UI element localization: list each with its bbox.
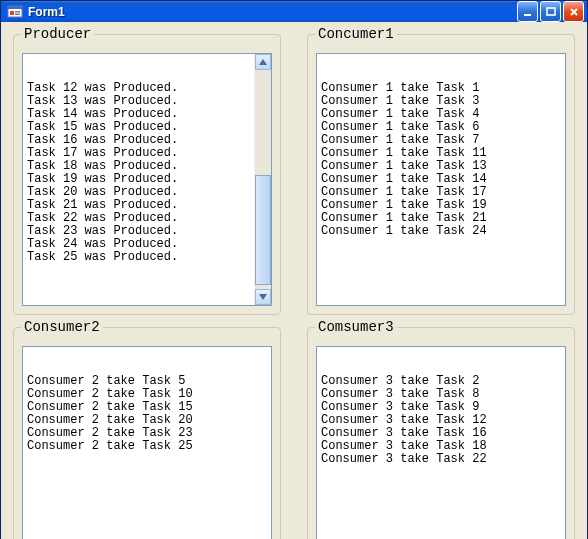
listbox-consumer3[interactable]: Consumer 3 take Task 2 Consumer 3 take T…: [316, 346, 566, 539]
groupbox-producer-title: Producer: [21, 26, 94, 42]
maximize-button[interactable]: [540, 1, 561, 22]
groupbox-consumer1-title: Concumer1: [315, 26, 397, 42]
listbox-producer[interactable]: Task 12 was Produced. Task 13 was Produc…: [22, 53, 272, 306]
listbox-consumer1-lines: Consumer 1 take Task 1 Consumer 1 take T…: [319, 82, 563, 238]
minimize-button[interactable]: [517, 1, 538, 22]
window-buttons: [517, 1, 584, 22]
groupbox-consumer2: Consumer2 Consumer 2 take Task 5 Consume…: [13, 327, 281, 539]
panel-grid: Producer Task 12 was Produced. Task 13 w…: [13, 34, 575, 539]
scroll-down-button[interactable]: [255, 289, 271, 305]
listbox-consumer1[interactable]: Consumer 1 take Task 1 Consumer 1 take T…: [316, 53, 566, 306]
listbox-consumer2[interactable]: Consumer 2 take Task 5 Consumer 2 take T…: [22, 346, 272, 539]
window-title: Form1: [28, 5, 517, 19]
groupbox-consumer3-title: Comsumer3: [315, 319, 397, 335]
listbox-consumer3-lines: Consumer 3 take Task 2 Consumer 3 take T…: [319, 375, 563, 466]
client-area: Producer Task 12 was Produced. Task 13 w…: [1, 22, 587, 539]
close-button[interactable]: [563, 1, 584, 22]
scroll-thumb[interactable]: [255, 175, 271, 285]
svg-rect-6: [547, 8, 555, 15]
scrollbar-producer[interactable]: [254, 54, 271, 305]
svg-rect-3: [15, 11, 20, 13]
listbox-producer-lines: Task 12 was Produced. Task 13 was Produc…: [25, 82, 269, 264]
svg-rect-4: [15, 13, 20, 15]
svg-rect-2: [10, 11, 14, 15]
titlebar[interactable]: Form1: [1, 1, 587, 22]
app-window: Form1 Producer Task 12 was Produced. Tas…: [0, 0, 588, 539]
app-icon: [7, 4, 23, 20]
groupbox-consumer3: Comsumer3 Consumer 3 take Task 2 Consume…: [307, 327, 575, 539]
svg-rect-1: [8, 6, 22, 9]
svg-rect-5: [524, 14, 531, 16]
groupbox-producer: Producer Task 12 was Produced. Task 13 w…: [13, 34, 281, 315]
scroll-track[interactable]: [255, 70, 271, 289]
scroll-up-button[interactable]: [255, 54, 271, 70]
listbox-consumer2-lines: Consumer 2 take Task 5 Consumer 2 take T…: [25, 375, 269, 453]
groupbox-consumer1: Concumer1 Consumer 1 take Task 1 Consume…: [307, 34, 575, 315]
groupbox-consumer2-title: Consumer2: [21, 319, 103, 335]
